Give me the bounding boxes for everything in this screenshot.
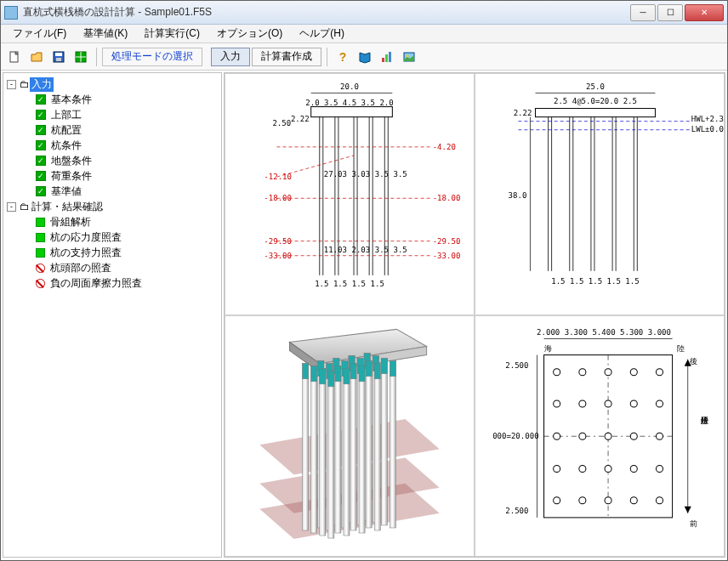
svg-marker-151 xyxy=(685,506,691,513)
svg-rect-86 xyxy=(381,358,387,524)
svg-text:-4.20: -4.20 xyxy=(433,143,456,151)
svg-rect-102 xyxy=(320,368,326,383)
svg-point-127 xyxy=(605,400,611,406)
svg-text:-29.50: -29.50 xyxy=(264,237,292,246)
tree-item[interactable]: ✓地盤条件 xyxy=(7,153,218,168)
svg-rect-105 xyxy=(366,360,372,376)
tree-item[interactable]: 杭頭部の照査 xyxy=(7,260,218,275)
menu-option[interactable]: オプション(O) xyxy=(210,25,289,42)
tree-item[interactable]: ✓杭条件 xyxy=(7,138,218,153)
svg-rect-110 xyxy=(374,363,380,378)
view-side-elevation[interactable]: 20.0 2.0 3.5 4.5 3.5 2.0 2.50 2.22 xyxy=(225,73,475,315)
svg-point-123 xyxy=(630,368,637,375)
status-ok-icon xyxy=(36,218,45,227)
svg-rect-91 xyxy=(390,360,395,527)
report-mode-button[interactable]: 計算書作成 xyxy=(252,48,321,66)
tree-root-input[interactable]: - 🗀 入力 xyxy=(7,76,218,92)
chart-icon[interactable] xyxy=(377,47,397,67)
svg-point-137 xyxy=(605,465,611,472)
close-button[interactable]: ✕ xyxy=(685,4,724,21)
svg-text:-29.50: -29.50 xyxy=(433,237,461,246)
view-front-elevation[interactable]: 25.0 2.5 4@5.0=20.0 2.5 2.22 HWL+2.36 LW… xyxy=(475,73,725,315)
menu-help[interactable]: ヘルプ(H) xyxy=(293,25,351,42)
view-plan[interactable]: 2.000 3.300 5.400 5.300 3.000 海 陸 後 xyxy=(475,315,725,558)
picture-icon[interactable] xyxy=(399,47,419,67)
tree-item[interactable]: ✓杭配置 xyxy=(7,122,218,138)
svg-text:陸: 陸 xyxy=(677,343,685,352)
input-mode-button[interactable]: 入力 xyxy=(211,48,250,66)
svg-text:-33.00: -33.00 xyxy=(264,252,292,260)
svg-text:1.5 1.5 1.5 1.5 1.5: 1.5 1.5 1.5 1.5 1.5 xyxy=(551,277,640,286)
tree-item[interactable]: 負の周面摩擦力照査 xyxy=(7,275,218,291)
svg-point-135 xyxy=(554,465,560,472)
book-icon[interactable] xyxy=(355,47,375,67)
svg-rect-109 xyxy=(359,366,365,381)
app-icon xyxy=(4,6,18,20)
tree-item[interactable]: ✓荷重条件 xyxy=(7,168,218,184)
svg-text:HWL+2.36: HWL+2.36 xyxy=(691,115,724,123)
svg-rect-47 xyxy=(535,109,655,117)
svg-text:20.0: 20.0 xyxy=(340,82,359,91)
open-file-icon[interactable] xyxy=(26,47,47,67)
menu-file[interactable]: ファイル(F) xyxy=(6,25,73,42)
svg-text:000=20.000: 000=20.000 xyxy=(492,432,538,440)
tree-item[interactable]: ✓基本条件 xyxy=(7,92,218,107)
check-icon: ✓ xyxy=(36,94,46,105)
svg-point-134 xyxy=(656,433,663,439)
check-icon: ✓ xyxy=(36,110,46,120)
tree-root-result[interactable]: - 🗀 計算・結果確認 xyxy=(7,199,218,214)
svg-rect-90 xyxy=(374,363,380,530)
check-icon: ✓ xyxy=(36,156,46,166)
svg-rect-103 xyxy=(335,366,341,381)
svg-rect-9 xyxy=(389,52,391,62)
svg-rect-111 xyxy=(390,360,395,376)
svg-rect-89 xyxy=(359,366,365,532)
tree-item[interactable]: ✓上部工 xyxy=(7,107,218,122)
svg-text:法線平行: 法線平行 xyxy=(702,416,710,425)
maximize-button[interactable]: ☐ xyxy=(657,4,683,21)
tree-item[interactable]: ✓基準値 xyxy=(7,184,218,199)
minimize-button[interactable]: ─ xyxy=(630,4,656,21)
tree-panel[interactable]: - 🗀 入力 ✓基本条件 ✓上部工 ✓杭配置 ✓杭条件 ✓地盤条件 ✓荷重条件 … xyxy=(3,72,222,558)
help-icon[interactable]: ? xyxy=(333,47,353,67)
svg-point-133 xyxy=(630,433,637,439)
svg-point-143 xyxy=(630,496,637,503)
svg-text:2.22: 2.22 xyxy=(514,109,532,117)
check-icon: ✓ xyxy=(36,125,46,135)
svg-rect-83 xyxy=(335,366,341,532)
grid-icon[interactable] xyxy=(71,47,91,67)
svg-rect-108 xyxy=(344,368,350,383)
view-3d[interactable] xyxy=(225,315,475,558)
collapse-icon[interactable]: - xyxy=(7,202,16,212)
toolbar-separator xyxy=(96,48,97,66)
collapse-icon[interactable]: - xyxy=(7,80,16,89)
svg-point-138 xyxy=(630,465,637,472)
tree-item[interactable]: 骨組解析 xyxy=(7,214,218,230)
toolbar-separator xyxy=(327,48,327,66)
svg-rect-82 xyxy=(320,368,326,535)
svg-text:2.500: 2.500 xyxy=(505,360,528,369)
check-icon: ✓ xyxy=(36,186,46,196)
tree-item[interactable]: 杭の支持力照査 xyxy=(7,245,218,260)
menu-calc[interactable]: 計算実行(C) xyxy=(138,25,207,42)
mode-select-button[interactable]: 処理モードの選択 xyxy=(102,48,202,66)
svg-rect-92 xyxy=(303,363,309,378)
new-file-icon[interactable] xyxy=(4,47,25,67)
svg-rect-106 xyxy=(381,358,387,373)
save-file-icon[interactable] xyxy=(48,47,69,67)
svg-rect-7 xyxy=(382,58,384,62)
svg-rect-14 xyxy=(311,107,393,117)
content-area: - 🗀 入力 ✓基本条件 ✓上部工 ✓杭配置 ✓杭条件 ✓地盤条件 ✓荷重条件 … xyxy=(1,71,727,559)
svg-text:2.5  4@5.0=20.0  2.5: 2.5 4@5.0=20.0 2.5 xyxy=(554,97,637,105)
svg-text:-12.10: -12.10 xyxy=(264,173,292,181)
svg-point-130 xyxy=(554,433,560,439)
menu-base[interactable]: 基準値(K) xyxy=(77,25,134,42)
svg-text:-18.00: -18.00 xyxy=(264,194,292,202)
svg-text:-18.00: -18.00 xyxy=(433,194,461,202)
menubar: ファイル(F) 基準値(K) 計算実行(C) オプション(O) ヘルプ(H) xyxy=(1,25,727,43)
tree-item[interactable]: 杭の応力度照査 xyxy=(7,230,218,245)
svg-point-141 xyxy=(579,496,586,503)
svg-point-120 xyxy=(554,368,560,375)
svg-rect-85 xyxy=(366,360,372,527)
svg-point-144 xyxy=(656,496,663,503)
